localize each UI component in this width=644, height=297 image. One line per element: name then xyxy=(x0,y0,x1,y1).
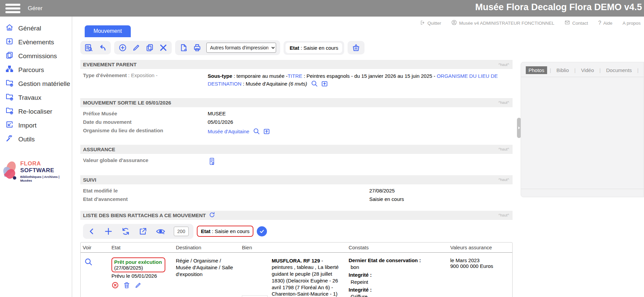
tab-mouvement[interactable]: Mouvement xyxy=(85,25,131,37)
open-record-icon[interactable] xyxy=(263,128,270,136)
open-record-icon[interactable] xyxy=(321,80,328,89)
col-header-bien: Bien xyxy=(240,245,347,250)
hamburger-menu-icon[interactable] xyxy=(5,4,20,13)
field-value: 27/08/2025 xyxy=(369,188,513,196)
page-size-input[interactable] xyxy=(174,227,189,236)
destination-cell: Régie / Organisme / Musée d'Aquitaine / … xyxy=(174,257,236,297)
document-print-button[interactable] xyxy=(179,43,188,52)
sidebar-item-label: Parcours xyxy=(18,66,44,74)
delete-button[interactable] xyxy=(159,43,168,52)
quitter-label: Quitter xyxy=(428,21,441,26)
valeur-montant: 900 000 000 Euros xyxy=(450,263,512,269)
status-text: Prêt pour exécution xyxy=(114,259,162,265)
sidebar-item-gestion-materielle[interactable]: Gestion matérielle xyxy=(0,77,72,91)
field-value: Saisie en cours xyxy=(369,196,513,205)
status-date: (27/08/2025) xyxy=(114,265,162,271)
sidebar-item-label: Général xyxy=(18,25,41,32)
edit-item-icon[interactable] xyxy=(134,281,142,290)
tab-documents[interactable]: Documents xyxy=(603,66,635,74)
contact-label: Contact xyxy=(572,21,588,26)
wrench-icon xyxy=(5,134,14,144)
previous-button[interactable] xyxy=(88,227,96,235)
col-header-etat: Etat xyxy=(109,245,174,250)
external-link-button[interactable] xyxy=(139,227,147,236)
sidebar-item-travaux[interactable]: Travaux xyxy=(0,91,72,105)
haut-link[interactable]: ^haut^ xyxy=(498,63,509,67)
sidebar-item-label: Gestion matérielle xyxy=(18,80,70,88)
folder-globe-icon xyxy=(5,93,14,102)
list-search-button[interactable] xyxy=(84,43,93,52)
contact-link[interactable]: Contact xyxy=(564,20,588,26)
search-icon[interactable] xyxy=(311,80,318,89)
sidebar-item-evenements[interactable]: Evènements xyxy=(0,35,72,49)
tab-biblio[interactable]: Biblio xyxy=(554,66,572,74)
col-header-voir: Voir xyxy=(81,245,109,250)
haut-link[interactable]: ^haut^ xyxy=(498,100,509,105)
eye-button[interactable] xyxy=(155,227,166,236)
table-row: Prêt pour exécution (27/08/2025) Prévu l… xyxy=(81,253,512,297)
sidebar-item-label: Evènements xyxy=(18,39,54,46)
field-label: Date du mouvement xyxy=(83,119,208,128)
bien-reference: MUSFLORA. RF 129 xyxy=(272,258,320,264)
flora-software-logo: FLORA SOFTWARE Bibliothèques | Archives … xyxy=(0,160,72,182)
sidebar-item-outils[interactable]: Outils xyxy=(0,132,72,146)
media-panel: Photos | Biblio | Vidéo | Documents | Ar… xyxy=(521,62,644,197)
undo-button[interactable] xyxy=(98,43,107,52)
basket-button[interactable] xyxy=(352,43,360,52)
aide-label: Aide xyxy=(603,21,612,26)
section-evenement-parent: EVENEMENT PARENT ^haut^ xyxy=(80,60,513,69)
apropos-link[interactable]: A propos xyxy=(623,21,641,26)
sidebar-item-parcours[interactable]: Parcours xyxy=(0,63,72,77)
menu-label[interactable]: Gérer xyxy=(28,5,42,12)
aide-link[interactable]: ? Aide xyxy=(598,20,612,26)
biens-table: Voir Etat Destination Bien Constats Vale… xyxy=(80,242,513,297)
field-label-organisme: Organisme du lieu de destination xyxy=(83,128,208,139)
refresh-icon[interactable] xyxy=(209,211,215,219)
field-value: MUSEE xyxy=(208,111,513,119)
sidebar-item-general[interactable]: Général xyxy=(0,21,72,35)
event-box-icon xyxy=(5,37,14,47)
add-button[interactable] xyxy=(118,43,127,52)
logo-brand-primary: FLORA xyxy=(20,160,41,167)
logo-brand-secondary: SOFTWARE xyxy=(20,167,54,174)
haut-link[interactable]: ^haut^ xyxy=(498,147,509,151)
edit-button[interactable] xyxy=(132,43,141,52)
view-item-icon[interactable] xyxy=(84,257,93,267)
home-icon xyxy=(5,23,14,33)
printer-button[interactable] xyxy=(193,43,202,52)
copy-button[interactable] xyxy=(145,43,154,52)
folders-icon xyxy=(5,51,14,61)
search-icon[interactable] xyxy=(253,128,260,136)
media-panel-footer xyxy=(521,189,644,193)
recycle-button[interactable] xyxy=(121,227,130,236)
tab-video[interactable]: Vidéo xyxy=(578,66,597,74)
sidebar-item-label: Outils xyxy=(18,136,35,143)
status-highlight-box: Prêt pour exécution (27/08/2025) xyxy=(111,257,165,272)
folder-globe-icon xyxy=(5,79,14,89)
organisme-destination-link[interactable]: Musée d'Aquitaine xyxy=(208,129,249,134)
artwork-thumbnail[interactable] xyxy=(242,295,268,297)
sidebar: Général Evènements Commissions Parcours … xyxy=(0,17,72,297)
field-label-type-evenement: Type d'évènement : Exposition - xyxy=(83,72,208,92)
valeur-date: le Mars 2023 xyxy=(450,257,512,263)
print-format-select[interactable]: Autres formats d'impression... xyxy=(206,43,276,53)
calculator-icon[interactable] xyxy=(208,161,216,166)
sidebar-item-commissions[interactable]: Commissions xyxy=(0,49,72,63)
field-label-valeur-assurance: Valeur globale d'assurance xyxy=(83,157,208,169)
cancel-icon[interactable] xyxy=(111,281,119,290)
sidebar-item-relocaliser[interactable]: Re-localiser xyxy=(0,105,72,118)
field-label: Préfixe Musée xyxy=(83,111,208,119)
top-bar: Gérer Musée Flora Decalog Flora DEMO v4.… xyxy=(0,0,644,17)
tab-archives[interactable]: Archives xyxy=(641,66,644,74)
tab-photos[interactable]: Photos xyxy=(526,66,547,74)
haut-link[interactable]: ^haut^ xyxy=(498,213,509,217)
field-value-evenement: Sous-type : temporaire au musée -TITRE :… xyxy=(208,72,513,92)
haut-link[interactable]: ^haut^ xyxy=(498,178,509,182)
sidebar-item-import[interactable]: Import xyxy=(0,118,72,132)
trash-icon[interactable] xyxy=(123,281,130,290)
col-header-destination: Destination xyxy=(174,245,240,250)
add-item-button[interactable] xyxy=(104,227,113,236)
titre-link[interactable]: TITRE xyxy=(288,73,302,79)
etat-status-box: Etat : Saisie en cours xyxy=(286,43,342,53)
validate-button[interactable] xyxy=(257,226,267,236)
